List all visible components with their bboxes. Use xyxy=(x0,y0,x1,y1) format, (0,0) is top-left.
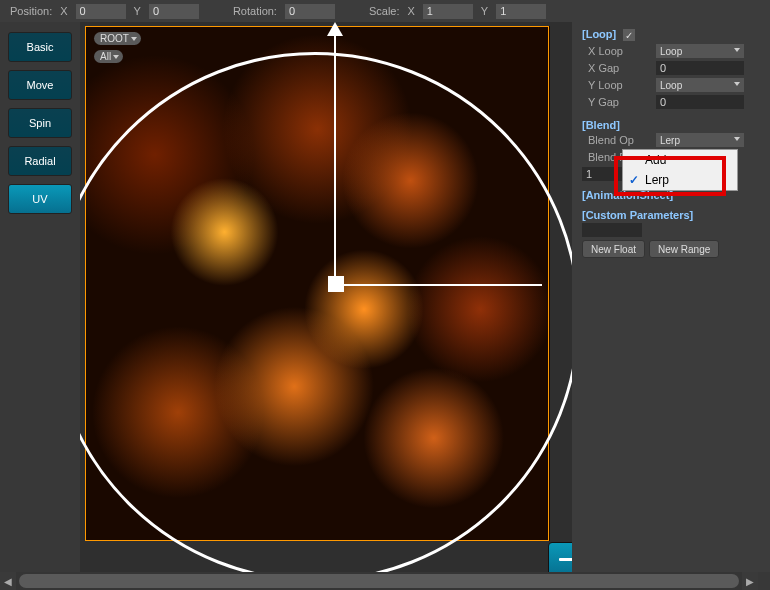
x-loop-label: X Loop xyxy=(582,45,656,57)
y-gap-field[interactable] xyxy=(656,95,744,109)
viewport[interactable]: ROOT All xyxy=(80,22,572,572)
blend-option-lerp[interactable]: Lerp xyxy=(623,170,737,190)
position-x-field[interactable] xyxy=(76,4,126,19)
layer-all-dropdown[interactable]: All xyxy=(94,50,123,63)
x-label: X xyxy=(60,5,67,17)
scrollbar-thumb[interactable] xyxy=(19,574,739,588)
sidebar-item-radial[interactable]: Radial xyxy=(8,146,72,176)
blend-section-title: [Blend] xyxy=(582,119,620,131)
scale-y-field[interactable] xyxy=(496,4,546,19)
scale-label: Scale: xyxy=(369,5,400,17)
y-gap-label: Y Gap xyxy=(582,96,656,108)
gizmo-center-handle[interactable] xyxy=(328,276,344,292)
new-range-button[interactable]: New Range xyxy=(649,240,719,258)
gizmo-axis-x[interactable] xyxy=(336,284,542,286)
y-label: Y xyxy=(134,5,141,17)
y-loop-label: Y Loop xyxy=(582,79,656,91)
blend-op-popup: Add Lerp xyxy=(622,149,738,191)
inspector-panel: [Loop] X Loop Loop X Gap Y Loop Loop Y G… xyxy=(572,22,770,572)
position-label: Position: xyxy=(10,5,52,17)
blend-op-dropdown[interactable]: Lerp xyxy=(656,133,744,147)
custom-params-title: [Custom Parameters] xyxy=(582,209,693,221)
scroll-right-icon[interactable]: ▶ xyxy=(742,572,758,590)
sidebar-item-spin[interactable]: Spin xyxy=(8,108,72,138)
gizmo-arrow-up-icon xyxy=(327,22,343,36)
x-gap-field[interactable] xyxy=(656,61,744,75)
viewport-tool-toggle[interactable] xyxy=(548,542,572,572)
channel-sidebar: Basic Move Spin Radial UV xyxy=(0,22,80,572)
x-gap-label: X Gap xyxy=(582,62,656,74)
sidebar-item-move[interactable]: Move xyxy=(8,70,72,100)
sidebar-item-uv[interactable]: UV xyxy=(8,184,72,214)
blend-option-add[interactable]: Add xyxy=(623,150,737,170)
sidebar-item-basic[interactable]: Basic xyxy=(8,32,72,62)
new-float-button[interactable]: New Float xyxy=(582,240,645,258)
y-loop-dropdown[interactable]: Loop xyxy=(656,78,744,92)
scale-x-label: X xyxy=(408,5,415,17)
scale-x-field[interactable] xyxy=(423,4,473,19)
gizmo-axis-y[interactable] xyxy=(334,26,336,290)
scroll-left-icon[interactable]: ◀ xyxy=(0,572,16,590)
rotation-label: Rotation: xyxy=(233,5,277,17)
loop-enable-checkbox[interactable] xyxy=(623,29,635,41)
blend-op-label: Blend Op xyxy=(582,134,656,146)
transform-toolbar: Position: X Y Rotation: Scale: X Y xyxy=(0,0,770,22)
custom-param-name-field[interactable] xyxy=(582,223,642,237)
scale-y-label: Y xyxy=(481,5,488,17)
horizontal-scrollbar[interactable]: ◀ ▶ xyxy=(0,572,758,590)
x-loop-dropdown[interactable]: Loop xyxy=(656,44,744,58)
position-y-field[interactable] xyxy=(149,4,199,19)
loop-section-title: [Loop] xyxy=(582,28,616,40)
rotation-field[interactable] xyxy=(285,4,335,19)
layer-root-dropdown[interactable]: ROOT xyxy=(94,32,141,45)
